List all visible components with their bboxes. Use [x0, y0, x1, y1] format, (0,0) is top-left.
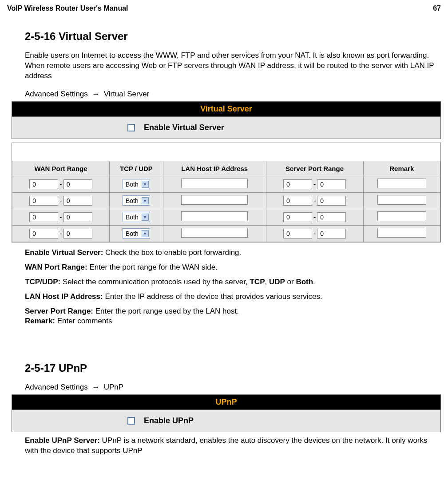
- server-port-start-input[interactable]: 0: [283, 229, 312, 239]
- lan-host-ip-input[interactable]: [181, 211, 248, 221]
- page-number: 67: [433, 4, 441, 12]
- lan-host-ip-input[interactable]: [181, 195, 248, 205]
- wan-port-end-input[interactable]: 0: [63, 229, 92, 239]
- remark-input[interactable]: [377, 228, 426, 238]
- server-port-end-input[interactable]: 0: [317, 196, 346, 206]
- wan-port-start-input[interactable]: 0: [29, 229, 58, 239]
- enable-virtual-server-label: Enable Virtual Server: [144, 123, 224, 132]
- wan-port-end-input[interactable]: 0: [63, 196, 92, 206]
- table-row: 0-0Both▾0-0: [12, 192, 440, 209]
- definitions-upnp: Enable UPnP Server: UPnP is a network st…: [25, 436, 441, 456]
- col-tcp-udp: TCP / UDP: [110, 161, 163, 176]
- protocol-select[interactable]: Both▾: [123, 195, 150, 206]
- remark-input[interactable]: [377, 195, 426, 205]
- enable-upnp-checkbox[interactable]: [127, 417, 135, 425]
- protocol-select[interactable]: Both▾: [123, 212, 150, 222]
- wan-port-start-input[interactable]: 0: [29, 196, 58, 206]
- virtual-server-table: WAN Port Range TCP / UDP LAN Host IP Add…: [12, 161, 440, 242]
- protocol-select[interactable]: Both▾: [123, 179, 150, 189]
- server-port-end-input[interactable]: 0: [317, 229, 346, 239]
- remark-input[interactable]: [377, 179, 426, 188]
- server-port-end-input[interactable]: 0: [317, 179, 346, 189]
- server-port-start-input[interactable]: 0: [283, 196, 312, 206]
- table-row: 0-0Both▾0-0: [12, 209, 440, 225]
- table-row: 0-0Both▾0-0: [12, 225, 440, 242]
- panel-title-upnp: UPnP: [12, 395, 440, 410]
- definitions-virtual-server: Enable Virtual Server: Check the box to …: [25, 248, 441, 327]
- panel-title-virtual-server: Virtual Server: [12, 102, 440, 117]
- wan-port-end-input[interactable]: 0: [63, 212, 92, 222]
- remark-input[interactable]: [377, 211, 426, 221]
- col-server-port-range: Server Port Range: [266, 161, 363, 176]
- lan-host-ip-input[interactable]: [181, 179, 248, 188]
- wan-port-start-input[interactable]: 0: [29, 179, 58, 189]
- doc-title: VoIP Wireless Router User's Manual: [7, 4, 128, 12]
- enable-upnp-label: Enable UPnP: [144, 416, 194, 425]
- chevron-down-icon: ▾: [142, 214, 149, 221]
- wan-port-start-input[interactable]: 0: [29, 212, 58, 222]
- table-row: 0-0Both▾0-0: [12, 176, 440, 192]
- chevron-down-icon: ▾: [142, 181, 149, 188]
- col-lan-host-ip: LAN Host IP Address: [163, 161, 266, 176]
- col-remark: Remark: [363, 161, 440, 176]
- col-wan-port-range: WAN Port Range: [12, 161, 110, 176]
- lan-host-ip-input[interactable]: [181, 228, 248, 238]
- server-port-start-input[interactable]: 0: [283, 179, 312, 189]
- virtual-server-table-container: WAN Port Range TCP / UDP LAN Host IP Add…: [12, 143, 441, 243]
- server-port-end-input[interactable]: 0: [317, 212, 346, 222]
- breadcrumb: Advanced Settings → Virtual Server: [25, 89, 441, 99]
- enable-virtual-server-checkbox[interactable]: [127, 124, 135, 131]
- section-intro: Enable users on Internet to access the W…: [25, 51, 441, 81]
- server-port-start-input[interactable]: 0: [283, 212, 312, 222]
- protocol-select[interactable]: Both▾: [123, 228, 150, 239]
- section-heading-upnp: 2-5-17 UPnP: [25, 362, 441, 374]
- upnp-panel: UPnP Enable UPnP: [12, 394, 441, 432]
- section-heading-virtual-server: 2-5-16 Virtual Server: [25, 30, 441, 43]
- wan-port-end-input[interactable]: 0: [63, 179, 92, 189]
- chevron-down-icon: ▾: [142, 197, 149, 204]
- chevron-down-icon: ▾: [142, 230, 149, 237]
- breadcrumb-upnp: Advanced Settings → UPnP: [25, 382, 441, 393]
- virtual-server-panel: Virtual Server Enable Virtual Server: [12, 101, 441, 139]
